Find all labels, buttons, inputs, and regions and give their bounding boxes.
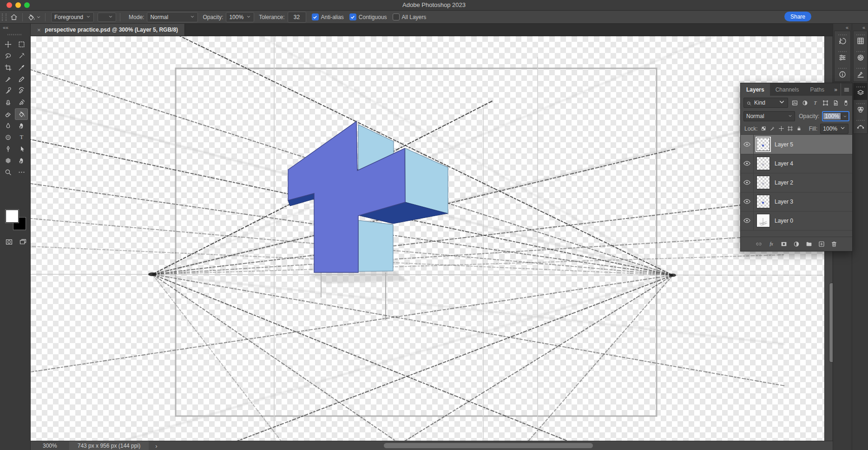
checkbox-contiguous[interactable] <box>349 13 356 20</box>
quick-mask-icon[interactable] <box>4 238 14 246</box>
layer-row-layer-5[interactable]: Layer 5 <box>741 135 852 154</box>
panel-icon-properties[interactable] <box>835 48 850 65</box>
move-tool[interactable] <box>1 39 14 50</box>
clone-stamp-tool[interactable] <box>1 97 14 108</box>
panel-icon-history[interactable] <box>835 31 850 48</box>
tolerance-input[interactable] <box>288 12 306 23</box>
lock-all-icon[interactable] <box>796 126 802 132</box>
crop-tool[interactable] <box>1 62 14 73</box>
fill-source-select[interactable]: Foreground <box>51 12 94 22</box>
panel-icon-paths[interactable] <box>854 117 867 133</box>
collapse-dock-icon[interactable]: « <box>846 25 848 30</box>
lock-artboard-icon[interactable] <box>787 126 793 132</box>
panel-menu-icon[interactable] <box>841 83 852 96</box>
tab-layers[interactable]: Layers <box>741 83 770 96</box>
checkbox-anti-alias[interactable] <box>312 13 319 20</box>
layer-thumbnail[interactable] <box>756 176 770 189</box>
toolbar-grabber[interactable] <box>7 34 22 35</box>
document-canvas[interactable] <box>31 36 824 441</box>
filter-kind-select[interactable]: Kind <box>743 98 788 108</box>
document-tab[interactable]: × perspective practice.psd @ 300% (Layer… <box>31 24 185 36</box>
layer-mask-icon[interactable] <box>780 240 788 248</box>
more-tool[interactable] <box>15 166 28 178</box>
dodge-tool[interactable] <box>1 132 14 143</box>
lock-transparency-icon[interactable] <box>761 126 767 132</box>
panel-icon-brushes[interactable] <box>854 65 867 81</box>
more-tabs-icon[interactable]: » <box>832 83 840 96</box>
adjustment-layer-icon[interactable] <box>793 240 800 248</box>
layer-row-layer-3[interactable]: Layer 3 <box>741 192 852 212</box>
share-button[interactable]: Share <box>784 12 811 21</box>
filter-adjustment-icon[interactable] <box>802 99 809 106</box>
status-expand-icon[interactable]: › <box>155 443 157 450</box>
eyedropper-tool[interactable] <box>15 62 28 73</box>
panel-icon-channels[interactable] <box>854 100 867 117</box>
delete-layer-icon[interactable] <box>830 240 838 248</box>
layer-opacity-input[interactable]: 100% <box>822 111 849 121</box>
magic-wand-tool[interactable] <box>15 50 28 62</box>
tab-paths[interactable]: Paths <box>804 83 830 96</box>
tool-preset-chevron-icon[interactable] <box>36 13 41 22</box>
layer-thumbnail[interactable] <box>756 195 770 208</box>
zoom-tool[interactable] <box>1 166 14 178</box>
collapse-dock-icon[interactable]: « <box>862 25 865 30</box>
new-layer-icon[interactable] <box>818 240 825 248</box>
checkbox-all-layers[interactable] <box>393 13 400 20</box>
filter-smart-object-icon[interactable] <box>832 99 839 106</box>
filter-toggle-icon[interactable] <box>842 99 849 106</box>
hand-tool[interactable] <box>15 155 28 166</box>
mixer-brush-tool[interactable] <box>1 85 14 97</box>
screen-mode-icon[interactable] <box>18 238 28 246</box>
opacity-select[interactable]: 100% <box>226 12 254 22</box>
shape-tool[interactable] <box>1 155 14 166</box>
layer-visibility-eye-icon[interactable] <box>741 173 754 192</box>
art-history-brush-tool[interactable] <box>15 97 28 108</box>
filter-shape-icon[interactable] <box>822 99 829 106</box>
paint-bucket-tool-icon[interactable] <box>26 13 36 22</box>
mode-select[interactable]: Normal <box>147 12 198 22</box>
layer-row-layer-0[interactable]: Layer 0 <box>741 211 852 231</box>
path-select-tool[interactable] <box>15 143 28 155</box>
zoom-level-field[interactable]: 300% <box>43 443 57 449</box>
brush-tool[interactable] <box>1 73 14 85</box>
lock-position-icon[interactable] <box>778 126 784 132</box>
layer-thumbnail[interactable] <box>756 214 770 227</box>
layer-visibility-eye-icon[interactable] <box>741 154 754 173</box>
horizontal-scrollbar-thumb[interactable] <box>384 443 593 448</box>
blur-tool[interactable] <box>1 120 14 132</box>
chevron-down-icon[interactable] <box>850 12 857 21</box>
workspace-icon[interactable] <box>836 12 846 21</box>
pen-tool[interactable] <box>1 143 14 155</box>
panel-icon-layers[interactable] <box>854 83 867 100</box>
layer-thumbnail[interactable] <box>756 157 770 170</box>
collapse-toolbar-icon[interactable]: «« <box>3 25 8 30</box>
paint-bucket-tool[interactable] <box>15 108 28 120</box>
filter-type-icon[interactable]: T <box>812 99 819 106</box>
panel-icon-color-wheel[interactable] <box>854 48 867 65</box>
eraser-tool[interactable] <box>1 108 14 120</box>
new-group-icon[interactable] <box>805 240 813 248</box>
panel-icon-info[interactable] <box>835 65 850 81</box>
search-icon[interactable] <box>820 12 829 21</box>
layer-effects-icon[interactable]: fx <box>768 240 775 248</box>
pattern-swatch[interactable] <box>98 13 116 22</box>
history-brush-tool[interactable] <box>15 85 28 97</box>
smudge-tool[interactable] <box>15 120 28 132</box>
foreground-color-swatch[interactable] <box>6 210 19 223</box>
layer-visibility-eye-icon[interactable] <box>741 211 754 230</box>
default-colors-icon[interactable] <box>4 226 10 232</box>
type-tool[interactable]: T <box>15 132 28 143</box>
lasso-tool[interactable] <box>1 50 14 62</box>
panel-icon-swatches-grid[interactable] <box>854 31 867 48</box>
layer-visibility-eye-icon[interactable] <box>741 135 754 154</box>
filter-image-icon[interactable] <box>791 99 798 106</box>
pencil-tool[interactable] <box>15 73 28 85</box>
link-layers-icon[interactable] <box>755 240 763 248</box>
blend-mode-select[interactable]: Normal <box>743 111 795 121</box>
close-tab-icon[interactable]: × <box>37 26 41 33</box>
swap-colors-icon[interactable] <box>20 209 27 215</box>
layer-row-layer-2[interactable]: Layer 2 <box>741 173 852 192</box>
home-icon[interactable] <box>9 13 19 22</box>
marquee-tool[interactable] <box>15 39 28 50</box>
lock-paint-icon[interactable] <box>769 126 776 132</box>
